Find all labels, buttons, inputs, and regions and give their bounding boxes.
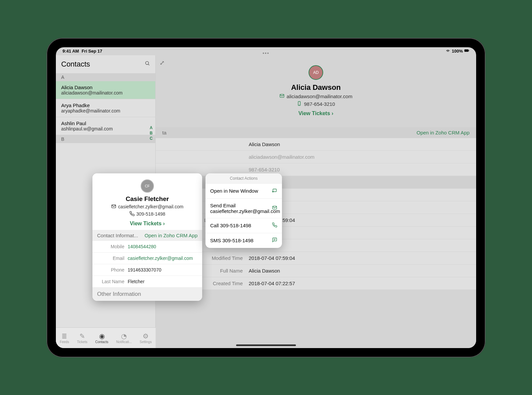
field-value: 987-654-3210	[249, 167, 280, 172]
field-label: Mobile	[97, 244, 128, 249]
contact-name: Ashlin Paul	[61, 120, 150, 126]
phone-icon	[272, 222, 277, 229]
tablet-frame: 9:41 AM Fri Sep 17 ••• 100% Contacts	[47, 38, 485, 357]
other-info-section: Other Information	[92, 288, 202, 301]
view-tickets-link[interactable]: View Tickets ›	[130, 221, 165, 227]
sms-icon	[272, 237, 277, 244]
battery-percent: 100%	[452, 49, 463, 54]
action-call[interactable]: Call 309-518-1498	[205, 218, 282, 233]
contact-preview-popup: CF Casie Fletcher casiefletcher.zylker@g…	[92, 173, 202, 301]
svg-point-7	[272, 191, 273, 192]
home-indicator[interactable]	[236, 344, 296, 346]
screen: 9:41 AM Fri Sep 17 ••• 100% Contacts	[56, 47, 476, 348]
contact-email: aryaphadke@mailinator.com	[61, 108, 150, 113]
action-open-new-window[interactable]: Open in New Window	[205, 183, 282, 198]
contact-name: Arya Phadke	[61, 102, 150, 108]
contacts-icon: ◉	[95, 332, 108, 340]
svg-rect-1	[469, 50, 469, 51]
svg-rect-6	[273, 189, 277, 192]
field-label: Phone	[97, 267, 128, 273]
popup-phone[interactable]: 309-518-1498	[136, 211, 165, 217]
field-value: 1914633307070	[128, 267, 198, 273]
new-window-icon	[272, 188, 277, 194]
info-section-label: ta	[162, 130, 167, 135]
detail-pane: ⤢ AD Alicia Dawson aliciadawson@mailinat…	[156, 55, 476, 348]
detail-name: Alicia Dawson	[156, 83, 476, 92]
phone-icon	[129, 211, 135, 217]
contact-item[interactable]: Alicia Dawson aliciadawson@mailinator.co…	[56, 81, 155, 99]
svg-rect-0	[465, 50, 469, 52]
tab-tickets[interactable]: ✎Tickets	[77, 332, 87, 344]
contact-email: aliciadawson@mailinator.com	[61, 90, 150, 96]
wifi-icon	[445, 48, 451, 54]
action-sms[interactable]: SMS 309-518-1498	[205, 233, 282, 248]
field-value: 2018-07-04 07:22:57	[249, 281, 295, 286]
status-bar: 9:41 AM Fri Sep 17 ••• 100%	[56, 47, 476, 55]
field-value: Fletcher	[128, 279, 198, 284]
tab-notifications[interactable]: ◔Notificati...	[116, 332, 132, 344]
mail-icon	[111, 204, 116, 210]
field-value[interactable]: casiefletcher.zylker@gmail.com	[128, 256, 198, 261]
tab-feeds[interactable]: ≣Feeds	[60, 332, 69, 344]
view-tickets-link[interactable]: View Tickets ›	[298, 110, 333, 116]
contact-actions-popup: Contact Actions Open in New Window Send …	[205, 173, 282, 248]
field-value: Alicia Dawson	[249, 141, 280, 147]
action-send-email[interactable]: Send Email casiefletcher.zylker@gmail.co…	[205, 198, 282, 218]
field-value: Alicia Dawson	[249, 268, 280, 274]
field-value[interactable]: 14084544280	[128, 244, 198, 249]
phone-icon	[297, 101, 302, 107]
alpha-index[interactable]: A B C	[148, 125, 154, 141]
section-header: A	[56, 73, 155, 81]
contact-email: ashlinpaul.w@gmail.com	[61, 126, 150, 131]
open-crm-link[interactable]: Open in Zoho CRM App	[417, 130, 469, 135]
status-date: Fri Sep 17	[81, 49, 102, 54]
feeds-icon: ≣	[60, 332, 69, 340]
mail-icon	[279, 93, 285, 99]
field-value: 2018-07-04 07:59:04	[249, 255, 295, 261]
popup-email[interactable]: casiefletcher.zylker@gmail.com	[118, 204, 183, 209]
open-crm-link[interactable]: Open in Zoho CRM App	[145, 233, 198, 238]
avatar[interactable]: AD	[309, 65, 323, 80]
field-label: Email	[97, 256, 128, 261]
tab-contacts[interactable]: ◉Contacts	[95, 332, 108, 344]
mail-icon	[272, 205, 277, 212]
info-section-label: Contact Informat...	[97, 233, 138, 238]
avatar[interactable]: CF	[141, 179, 154, 193]
contact-item[interactable]: Ashlin Paul ashlinpaul.w@gmail.com	[56, 117, 155, 135]
section-header: B	[56, 135, 155, 143]
tab-settings[interactable]: ⚙Settings	[140, 332, 152, 344]
bell-icon: ◔	[116, 332, 132, 340]
tab-bar: ≣Feeds ✎Tickets ◉Contacts ◔Notificati...…	[56, 327, 156, 348]
search-icon[interactable]	[145, 61, 150, 68]
status-time: 9:41 AM	[63, 49, 79, 54]
detail-phone[interactable]: 987-654-3210	[304, 101, 335, 107]
detail-email[interactable]: aliciadawson@mailinator.com	[287, 94, 352, 99]
contact-name: Alicia Dawson	[61, 85, 150, 90]
contact-item[interactable]: Arya Phadke aryaphadke@mailinator.com	[56, 99, 155, 117]
battery-icon	[464, 48, 469, 54]
expand-icon[interactable]: ⤢	[160, 59, 165, 67]
gear-icon: ⚙	[140, 332, 152, 340]
actions-title: Contact Actions	[205, 173, 282, 183]
sidebar-title: Contacts	[61, 60, 90, 69]
tickets-icon: ✎	[77, 332, 87, 340]
field-label: Last Name	[97, 279, 128, 284]
popup-name: Casie Fletcher	[92, 195, 202, 203]
svg-point-2	[146, 62, 149, 65]
field-value: aliciadawson@mailinator.com	[249, 154, 315, 160]
